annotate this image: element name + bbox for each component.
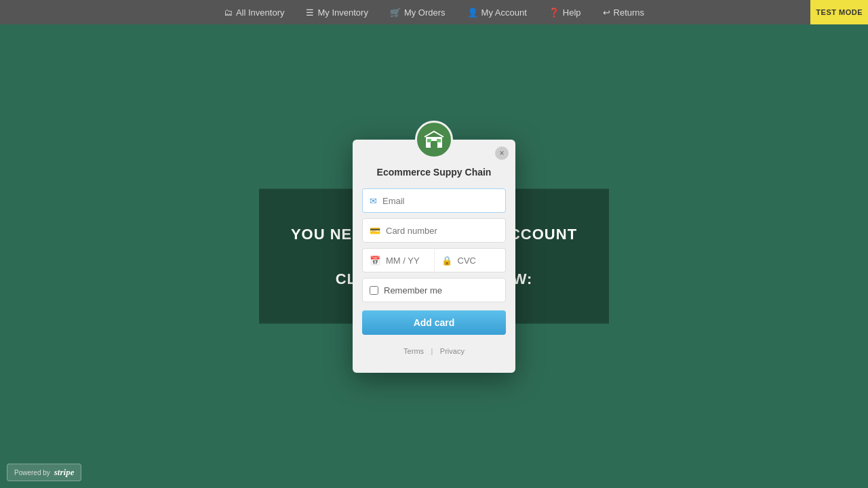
payment-form: ✉ 💳 📅 🔒 <box>353 188 515 335</box>
cvc-field-group: 🔒 <box>435 248 507 272</box>
remember-me-group: Remember me <box>362 278 506 302</box>
nav-returns[interactable]: ↩ Returns <box>603 7 645 18</box>
svg-rect-3 <box>437 139 441 142</box>
main-content: YOU NEED TO LINK YOUR ACCOUNT FIRST. CLI… <box>0 24 868 488</box>
nav-all-inventory[interactable]: 🗂 All Inventory <box>224 7 285 18</box>
expiry-field-group: 📅 <box>362 248 435 272</box>
calendar-icon: 📅 <box>370 256 380 266</box>
clipboard-icon: 🗂 <box>224 7 233 18</box>
svg-rect-1 <box>431 141 437 148</box>
modal-overlay: × Ecommerce Suppy Chain ✉ 💳 <box>0 24 868 488</box>
brand-logo <box>415 121 453 159</box>
add-card-button[interactable]: Add card <box>362 310 506 335</box>
nav-help[interactable]: ❓ Help <box>549 7 581 18</box>
lock-icon: 🔒 <box>441 256 452 266</box>
footer-separator: | <box>431 347 433 355</box>
card-number-input[interactable] <box>386 226 498 236</box>
nav-my-orders[interactable]: 🛒 My Orders <box>390 7 446 18</box>
payment-modal: × Ecommerce Suppy Chain ✉ 💳 <box>353 140 515 373</box>
modal-title: Ecommerce Suppy Chain <box>353 167 515 178</box>
help-icon: ❓ <box>549 7 559 18</box>
nav-my-account[interactable]: 👤 My Account <box>467 7 527 18</box>
nav-my-inventory[interactable]: ☰ My Inventory <box>306 7 368 18</box>
remember-me-label: Remember me <box>384 285 442 296</box>
person-icon: 👤 <box>467 7 478 18</box>
terms-link[interactable]: Terms <box>403 347 424 355</box>
email-icon: ✉ <box>370 196 377 206</box>
modal-footer: Terms | Privacy <box>353 344 515 357</box>
privacy-link[interactable]: Privacy <box>440 347 465 355</box>
email-field-group: ✉ <box>362 188 506 213</box>
email-input[interactable] <box>382 196 498 206</box>
expiry-input[interactable] <box>386 256 427 266</box>
nav-bar: 🗂 All Inventory ☰ My Inventory 🛒 My Orde… <box>0 0 868 24</box>
test-mode-badge: TEST MODE <box>810 0 868 24</box>
credit-card-icon: 💳 <box>370 226 380 236</box>
modal-logo-wrap <box>353 121 515 159</box>
remember-me-checkbox[interactable] <box>370 286 378 295</box>
list-icon: ☰ <box>306 7 314 18</box>
returns-icon: ↩ <box>603 7 610 18</box>
svg-rect-2 <box>427 139 431 142</box>
cvc-input[interactable] <box>458 256 499 266</box>
cart-icon: 🛒 <box>390 7 401 18</box>
card-details-row: 📅 🔒 <box>362 248 506 272</box>
card-number-field-group: 💳 <box>362 218 506 243</box>
close-button[interactable]: × <box>495 146 509 160</box>
